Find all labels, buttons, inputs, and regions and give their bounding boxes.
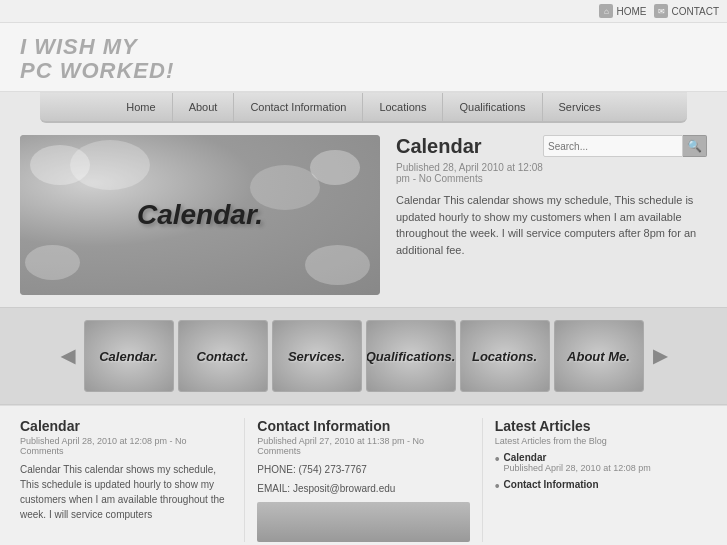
thumbnail-strip: ◀ Calendar. Contact. Services. Qualifica… <box>0 307 727 405</box>
thumb-services[interactable]: Services. <box>272 320 362 392</box>
col2-title: Contact Information <box>257 418 469 434</box>
article-body: Calendar This calendar shows my schedule… <box>396 192 707 258</box>
bottom-section: Calendar Published April 28, 2010 at 12:… <box>0 405 727 545</box>
article-preview: 🔍 Calendar Published 28, April 2010 at 1… <box>380 135 707 295</box>
contact-label: CONTACT <box>671 6 719 17</box>
nav-bar: Home About Contact Information Locations… <box>40 92 687 123</box>
next-arrow[interactable]: ▶ <box>648 316 672 396</box>
latest-link-1[interactable]: Contact Information <box>504 479 599 490</box>
thumb-qualifications[interactable]: Qualifications. <box>366 320 456 392</box>
nav-home[interactable]: Home <box>110 93 172 121</box>
search-input[interactable] <box>543 135 683 157</box>
col2-email: EMAIL: Jesposit@broward.edu <box>257 481 469 496</box>
thumb-label-0: Calendar. <box>99 349 158 364</box>
search-bar: 🔍 <box>543 135 707 157</box>
home-label: HOME <box>616 6 646 17</box>
thumb-label-5: About Me. <box>567 349 630 364</box>
article-meta: Published 28, April 2010 at 12:08 pm - N… <box>396 162 707 184</box>
home-icon: ⌂ <box>599 4 613 18</box>
thumb-locations[interactable]: Locations. <box>460 320 550 392</box>
thumb-label-2: Services. <box>288 349 345 364</box>
bottom-col-calendar: Calendar Published April 28, 2010 at 12:… <box>20 418 245 542</box>
contact-icon: ✉ <box>654 4 668 18</box>
col1-title: Calendar <box>20 418 232 434</box>
nav-about[interactable]: About <box>173 93 235 121</box>
col2-body: PHONE: (754) 273-7767 EMAIL: Jesposit@br… <box>257 462 469 496</box>
top-bar: ⌂ HOME ✉ CONTACT <box>0 0 727 23</box>
main-content: Calendar. 🔍 Calendar Published 28, April… <box>0 123 727 307</box>
thumb-label-3: Qualifications. <box>366 349 456 364</box>
col2-meta: Published April 27, 2010 at 11:38 pm - N… <box>257 436 469 456</box>
latest-item-text-0: Calendar Published April 28, 2010 at 12:… <box>504 452 651 473</box>
thumb-calendar[interactable]: Calendar. <box>84 320 174 392</box>
search-button[interactable]: 🔍 <box>683 135 707 157</box>
featured-image-text: Calendar. <box>137 199 263 231</box>
logo-line1: I WISH MY <box>20 35 707 59</box>
thumb-about[interactable]: About Me. <box>554 320 644 392</box>
logo-line2: PC WORKED! <box>20 59 707 83</box>
latest-item-1: • Contact Information <box>495 479 707 493</box>
thumb-label-1: Contact. <box>197 349 249 364</box>
contact-image <box>257 502 469 542</box>
bottom-col-latest: Latest Articles Latest Articles from the… <box>483 418 707 542</box>
bullet-0: • <box>495 452 500 466</box>
site-logo: I WISH MY PC WORKED! <box>20 35 707 83</box>
site-header: I WISH MY PC WORKED! <box>0 23 727 92</box>
featured-image: Calendar. <box>20 135 380 295</box>
nav-qualifications[interactable]: Qualifications <box>443 93 542 121</box>
nav-contact-info[interactable]: Contact Information <box>234 93 363 121</box>
thumb-contact[interactable]: Contact. <box>178 320 268 392</box>
nav-locations[interactable]: Locations <box>363 93 443 121</box>
col1-body: Calendar This calendar shows my schedule… <box>20 462 232 522</box>
col3-subtitle: Latest Articles from the Blog <box>495 436 707 446</box>
contact-link[interactable]: ✉ CONTACT <box>654 4 719 18</box>
prev-arrow[interactable]: ◀ <box>56 316 80 396</box>
col3-title: Latest Articles <box>495 418 707 434</box>
col2-phone: PHONE: (754) 273-7767 <box>257 462 469 477</box>
latest-date-0: Published April 28, 2010 at 12:08 pm <box>504 463 651 473</box>
home-link[interactable]: ⌂ HOME <box>599 4 646 18</box>
bottom-col-contact: Contact Information Published April 27, … <box>245 418 482 542</box>
latest-item-0: • Calendar Published April 28, 2010 at 1… <box>495 452 707 473</box>
nav-services[interactable]: Services <box>543 93 617 121</box>
thumb-label-4: Locations. <box>472 349 537 364</box>
bullet-1: • <box>495 479 500 493</box>
latest-link-0[interactable]: Calendar <box>504 452 651 463</box>
col1-meta: Published April 28, 2010 at 12:08 pm - N… <box>20 436 232 456</box>
latest-item-text-1: Contact Information <box>504 479 599 490</box>
